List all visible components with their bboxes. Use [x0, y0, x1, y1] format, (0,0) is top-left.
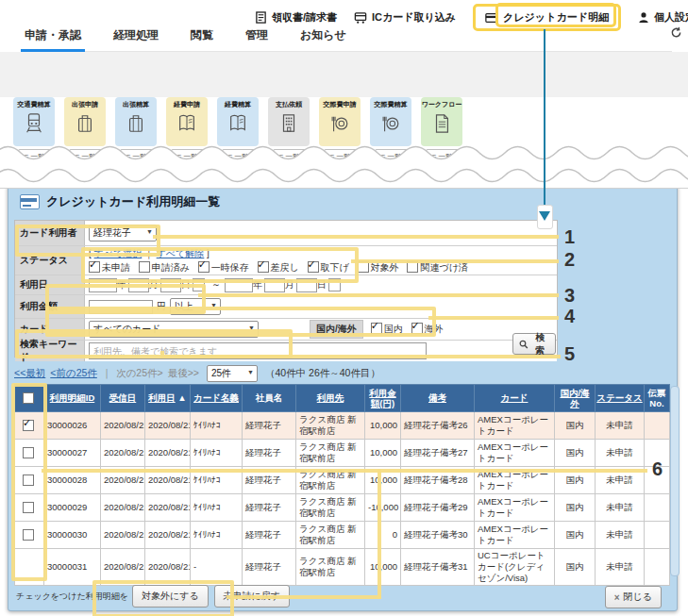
table-row: 300000262020/08/212020/08/21ｹｲﾘﾊﾅｺ経理花子ラク…	[15, 412, 670, 440]
dining-icon	[329, 112, 350, 135]
annotation-line-5	[160, 355, 561, 358]
col-slip-no: 伝票No.	[645, 385, 670, 412]
annotation-band-checkbox-column	[11, 383, 47, 581]
person-icon	[638, 11, 649, 24]
col-amount[interactable]: 利用金額(円)	[365, 385, 401, 412]
annotation-line-3	[198, 293, 559, 297]
col-received-date[interactable]: 受信日	[101, 385, 145, 412]
prev-page-link[interactable]: <前の25件	[50, 367, 97, 380]
main-tabs: 申請・承認 経理処理 閲覧 管理 お知らせ	[21, 25, 672, 52]
col-status[interactable]: ステータス	[596, 385, 645, 412]
table-row: 300000302020/08/212020/08/21ｹｲﾘﾊﾅｺ経理花子ラク…	[15, 522, 670, 549]
ic-card-import-label: ICカード取り込み	[372, 10, 456, 25]
highlight-box-credit-card-button	[495, 3, 616, 27]
app-screen: 領収書/請求書 ICカード取り込み クレジットカード明細 個人設定 ▼ 申請・承…	[0, 0, 688, 616]
receipt-icon	[255, 11, 267, 25]
annotation-box-2	[81, 247, 359, 283]
tab-news[interactable]: お知らせ	[296, 25, 350, 45]
annotation-label-3: 3	[564, 286, 575, 305]
table-scrollbar[interactable]	[670, 386, 680, 576]
suitcase-icon	[126, 112, 146, 135]
annotation-line-6	[42, 469, 647, 473]
tab-apply-approve[interactable]: 申請・承認	[21, 25, 85, 45]
document-icon	[431, 112, 452, 135]
chevron-down-icon: ▼	[247, 369, 254, 375]
annotation-line-1	[153, 235, 559, 239]
first-page-link[interactable]: <<最初	[14, 367, 45, 380]
refresh-icon	[670, 26, 682, 39]
torn-edge-decoration	[0, 140, 688, 189]
tab-view[interactable]: 閲覧	[187, 25, 217, 45]
train-icon	[24, 112, 44, 135]
annotation-line-2	[351, 259, 559, 263]
close-button[interactable]: × 閉じる	[605, 586, 662, 608]
annotation-label-2: 2	[564, 250, 575, 269]
col-card[interactable]: カード	[475, 385, 555, 412]
book-icon	[176, 112, 197, 135]
ic-card-icon	[354, 11, 367, 25]
pagination: <<最初 <前の25件 ｜ 次の25件> 最後>> 25件 ▼ （40件中 26…	[14, 365, 673, 382]
search-icon	[519, 340, 529, 349]
sort-asc-icon: ▲	[177, 392, 186, 403]
annotation-line-6-vertical	[378, 469, 381, 599]
panel-title: クレジットカード利用明細一覧	[20, 193, 220, 210]
table-header-row: 利用明細ID 受信日 利用日 ▲ カード名義 社員名 利用先 利用金額(円) 備…	[15, 385, 670, 412]
table-row: 300000272020/08/212020/08/21ｹｲﾘﾊﾅｺ経理花子ラク…	[15, 440, 670, 467]
annotation-line-6-bottom	[227, 595, 381, 599]
col-employee: 社員名	[243, 385, 296, 412]
col-use-date[interactable]: 利用日 ▲	[145, 385, 191, 412]
col-region[interactable]: 国内/海外	[555, 385, 596, 412]
tab-manage[interactable]: 管理	[242, 25, 272, 45]
annotation-label-4: 4	[564, 307, 575, 325]
col-merchant[interactable]: 利用先	[296, 385, 365, 412]
tab-accounting[interactable]: 経理処理	[109, 25, 162, 45]
last-page-link: 最後>>	[168, 367, 199, 380]
refresh-button[interactable]	[670, 26, 682, 39]
receipt-invoice-label: 領収書/請求書	[272, 10, 337, 25]
result-range: （40件中 26件～40件目）	[265, 367, 380, 380]
ic-card-import-button[interactable]: ICカード取り込み	[354, 10, 456, 25]
annotation-label-5: 5	[564, 344, 575, 363]
user-bar: 所属部門 経理部（テスト）(99) ▼ 名前 経理花子	[0, 52, 688, 97]
annotation-label-6: 6	[652, 459, 663, 478]
close-icon: ×	[614, 592, 620, 603]
suitcase-icon	[75, 112, 95, 135]
annotation-line-4	[428, 316, 559, 320]
dining-icon	[380, 112, 401, 135]
per-page-select[interactable]: 25件 ▼	[207, 365, 258, 382]
guide-arrow-head	[539, 211, 550, 221]
annotation-label-1: 1	[564, 227, 575, 246]
col-card-holder[interactable]: カード名義	[191, 385, 243, 412]
table-row: 300000292020/08/212020/08/21ｹｲﾘﾊﾅｺ経理花子ラク…	[15, 494, 670, 522]
col-note[interactable]: 備考	[401, 385, 475, 412]
personal-settings-button[interactable]: 個人設定 ▼	[638, 10, 688, 25]
usage-detail-table: 利用明細ID 受信日 利用日 ▲ カード名義 社員名 利用先 利用金額(円) 備…	[14, 384, 670, 586]
col-usage-id[interactable]: 利用明細ID	[44, 385, 101, 412]
building-icon	[278, 112, 299, 135]
search-button[interactable]: 検索	[512, 333, 556, 355]
personal-settings-label: 個人設定	[654, 10, 688, 25]
book-icon	[227, 112, 248, 135]
receipt-invoice-button[interactable]: 領収書/請求書	[255, 10, 337, 25]
credit-card-icon	[20, 194, 40, 209]
next-page-link: 次の25件>	[116, 367, 163, 380]
annotation-box-6-buttons	[92, 580, 234, 616]
guide-arrow-line	[544, 29, 545, 209]
